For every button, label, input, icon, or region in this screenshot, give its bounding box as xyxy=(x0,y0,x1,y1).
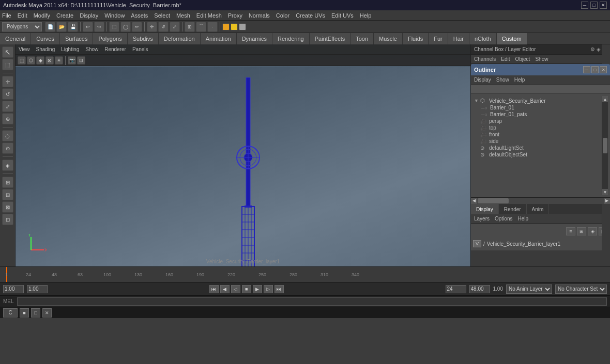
menu-mesh[interactable]: Mesh xyxy=(176,12,190,19)
tab-dynamics[interactable]: Dynamics xyxy=(237,33,272,44)
taskbar-btn-restore[interactable]: □ xyxy=(31,308,40,318)
menu-edit[interactable]: Edit xyxy=(18,12,27,19)
scrollbar-thumb[interactable] xyxy=(603,138,607,153)
viewport[interactable]: View Shading Lighting Show Renderer Pane… xyxy=(16,44,470,266)
layer-add-btn[interactable]: ⊞ xyxy=(577,227,586,235)
menu-proxy[interactable]: Proxy xyxy=(228,12,242,19)
tab-painteffects[interactable]: PaintEffects xyxy=(310,33,351,44)
outliner-item-barrier01pats[interactable]: ─○ Barrier_01_pats xyxy=(474,111,601,118)
menu-create-uvs[interactable]: Create UVs xyxy=(296,12,325,19)
toolbar-snap-point[interactable]: · xyxy=(207,22,218,32)
outliner-search-input[interactable] xyxy=(473,86,608,92)
outliner-menu-display[interactable]: Display xyxy=(474,77,491,83)
outliner-content[interactable]: ▼ ⬡ Vehicle_Security_Barrier ─○ Barrier_… xyxy=(471,94,610,197)
tab-subdivs[interactable]: Subdivs xyxy=(128,33,159,44)
timeline-track[interactable]: 1 24 48 63 100 130 160 190 220 250 280 3… xyxy=(0,267,610,282)
toolbar-undo[interactable]: ↩ xyxy=(83,22,93,32)
show-manip-button[interactable]: ◈ xyxy=(2,160,13,171)
menu-create[interactable]: Create xyxy=(56,12,73,19)
toolbar-snap-curve[interactable]: ⌒ xyxy=(196,22,206,32)
lr-sub-help[interactable]: Help xyxy=(517,216,528,221)
timeline-area[interactable]: 1 24 48 63 100 130 160 190 220 250 280 3… xyxy=(0,266,610,282)
menu-window[interactable]: Window xyxy=(104,12,125,19)
tab-toon[interactable]: Toon xyxy=(350,33,374,44)
toolbar-new[interactable]: 📄 xyxy=(45,22,55,32)
snap-live-button[interactable]: ⊡ xyxy=(2,214,13,225)
menu-assets[interactable]: Assets xyxy=(131,12,148,19)
outliner-item-persp[interactable]: 🎥 persp xyxy=(474,118,601,124)
lr-sub-layers[interactable]: Layers xyxy=(474,216,490,221)
pb-next-frame[interactable]: ▷ xyxy=(264,285,273,293)
vp-smooth-btn[interactable]: ◆ xyxy=(36,56,44,65)
h-scroll-thumb[interactable] xyxy=(478,198,509,203)
snap-edge-button[interactable]: ⊟ xyxy=(2,189,13,200)
viewport-menu-renderer[interactable]: Renderer xyxy=(104,46,126,52)
scrollbar-up-arrow[interactable]: ▲ xyxy=(602,96,608,102)
toolbar-paint[interactable]: ✏ xyxy=(132,22,142,32)
h-scroll-track[interactable] xyxy=(477,198,604,204)
menu-file[interactable]: File xyxy=(2,12,11,19)
snap-face-button[interactable]: ⊠ xyxy=(2,201,13,213)
toolbar-lasso[interactable]: ◯ xyxy=(120,22,131,32)
tab-ncloth[interactable]: nCloth xyxy=(469,33,497,44)
toolbar-rotate[interactable]: ↺ xyxy=(158,22,169,32)
lr-tab-render[interactable]: Render xyxy=(499,204,527,214)
ch-tab-edit[interactable]: Edit xyxy=(501,56,510,62)
universal-tool-button[interactable]: ⊕ xyxy=(2,113,13,124)
select-tool-button[interactable]: ↖ xyxy=(2,46,13,58)
pb-stop[interactable]: ■ xyxy=(242,285,251,293)
menu-display[interactable]: Display xyxy=(80,12,98,19)
lr-sub-options[interactable]: Options xyxy=(495,216,512,221)
outliner-scrollbar-h[interactable]: ◀ ▶ xyxy=(471,197,610,203)
pb-play-back[interactable]: ◁ xyxy=(231,285,240,293)
vp-texture-btn[interactable]: ⊠ xyxy=(45,56,54,65)
playback-current-field[interactable] xyxy=(27,285,48,293)
menu-edit-mesh[interactable]: Edit Mesh xyxy=(196,12,222,19)
ch-tab-channels[interactable]: Channels xyxy=(474,56,496,62)
tab-deformation[interactable]: Deformation xyxy=(159,33,201,44)
vp-wireframe-btn[interactable]: ⬡ xyxy=(27,56,35,65)
viewport-menu-panels[interactable]: Panels xyxy=(132,46,148,52)
pb-play[interactable]: ▶ xyxy=(253,285,262,293)
outliner-item-objectset[interactable]: ⊙ defaultObjectSet xyxy=(474,151,601,158)
ch-icon1[interactable]: ⚙ xyxy=(590,46,595,52)
toolbar-open[interactable]: 📂 xyxy=(56,22,67,32)
pb-skip-end[interactable]: ⏭ xyxy=(274,285,284,293)
menu-select[interactable]: Select xyxy=(154,12,170,19)
viewport-menu-view[interactable]: View xyxy=(19,46,30,52)
toolbar-save[interactable]: 💾 xyxy=(68,22,78,32)
tab-rendering[interactable]: Rendering xyxy=(272,33,310,44)
vp-cam-btn[interactable]: 📷 xyxy=(68,56,76,65)
outliner-menu-show[interactable]: Show xyxy=(496,77,509,83)
range-start-field[interactable] xyxy=(3,285,24,293)
tab-hair[interactable]: Hair xyxy=(448,33,469,44)
tab-animation[interactable]: Animation xyxy=(201,33,237,44)
range-anim-end-field[interactable] xyxy=(469,285,490,293)
lr-tab-anim[interactable]: Anim xyxy=(527,204,550,214)
snap-grid-button[interactable]: ⊞ xyxy=(2,177,13,188)
minimize-button[interactable]: ─ xyxy=(581,2,588,9)
outliner-item-side[interactable]: 🎥 side xyxy=(474,138,601,145)
outliner-minimize[interactable]: ─ xyxy=(583,66,590,73)
out-expand-vehicle[interactable]: ▼ xyxy=(474,98,480,103)
paint-select-button[interactable]: ⬚ xyxy=(2,59,13,70)
char-set-select[interactable]: No Character Set xyxy=(555,284,607,294)
toolbar-select[interactable]: ⬚ xyxy=(109,22,119,32)
menu-help[interactable]: Help xyxy=(360,12,372,19)
tab-fluids[interactable]: Fluids xyxy=(403,33,429,44)
soft-mod-button[interactable]: ◌ xyxy=(2,130,13,141)
layer-visible-btn[interactable]: V xyxy=(473,240,481,247)
maximize-button[interactable]: □ xyxy=(590,2,598,9)
taskbar-btn-close[interactable]: ✕ xyxy=(42,308,52,318)
layer-remove-btn[interactable]: ◈ xyxy=(588,227,597,235)
tab-surfaces[interactable]: Surfaces xyxy=(60,33,93,44)
vp-frame-btn[interactable]: ⊡ xyxy=(77,56,85,65)
pb-skip-start[interactable]: ⏮ xyxy=(209,285,219,293)
outliner-close[interactable]: ✕ xyxy=(600,66,607,73)
anim-layer-select[interactable]: No Anim Layer xyxy=(506,284,552,294)
close-button[interactable]: ✕ xyxy=(600,2,607,9)
outliner-item-barrier01[interactable]: ─○ Barrier_01 xyxy=(474,104,601,111)
viewport-menu-show[interactable]: Show xyxy=(85,46,98,52)
scrollbar-down-arrow[interactable]: ▼ xyxy=(602,189,608,195)
tab-fur[interactable]: Fur xyxy=(429,33,448,44)
